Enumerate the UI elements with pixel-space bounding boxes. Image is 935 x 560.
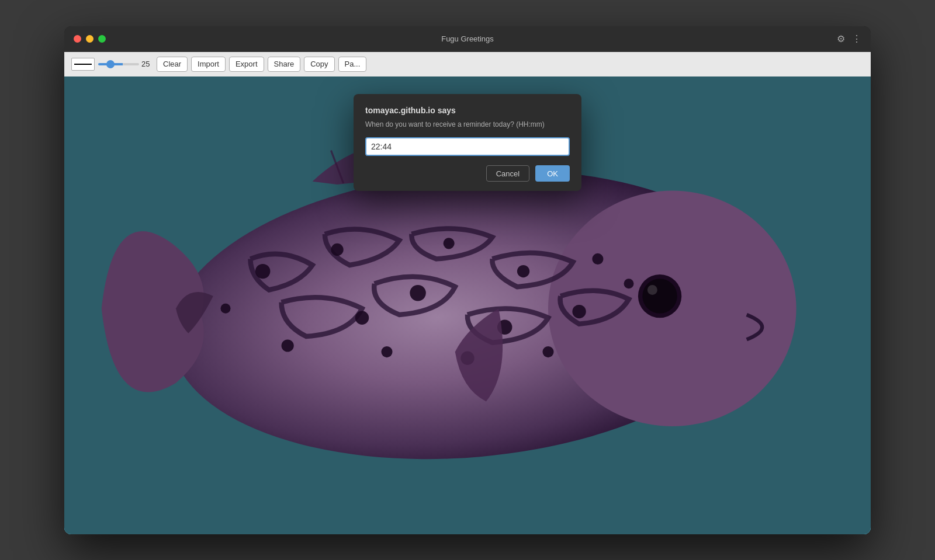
dialog-buttons: Cancel OK <box>365 165 570 182</box>
copy-button[interactable]: Copy <box>304 57 334 72</box>
dialog-input[interactable] <box>365 137 570 156</box>
menu-icon[interactable]: ⋮ <box>852 33 861 44</box>
toolbar: 25 Clear Import Export Share Copy Pa... <box>64 52 871 76</box>
pen-line <box>74 64 92 65</box>
window-title: Fugu Greetings <box>441 34 494 43</box>
paste-button[interactable]: Pa... <box>338 57 367 72</box>
close-button[interactable] <box>74 35 81 43</box>
pen-preview <box>71 58 95 71</box>
main-content: tomayac.github.io says When do you want … <box>64 76 871 534</box>
dialog-overlay: tomayac.github.io says When do you want … <box>64 76 871 534</box>
browser-window: Fugu Greetings ⚙ ⋮ 25 Clear Import Expor… <box>64 26 871 534</box>
import-button[interactable]: Import <box>191 57 226 72</box>
ok-button[interactable]: OK <box>535 165 570 182</box>
slider-value: 25 <box>141 60 153 68</box>
export-button[interactable]: Export <box>229 57 264 72</box>
title-bar: Fugu Greetings ⚙ ⋮ <box>64 26 871 52</box>
share-button[interactable]: Share <box>268 57 301 72</box>
slider-container: 25 <box>98 60 153 68</box>
dialog-message: When do you want to receive a reminder t… <box>365 120 570 130</box>
dialog: tomayac.github.io says When do you want … <box>354 94 581 192</box>
maximize-button[interactable] <box>98 35 106 43</box>
minimize-button[interactable] <box>86 35 94 43</box>
clear-button[interactable]: Clear <box>157 57 188 72</box>
brush-size-slider[interactable] <box>98 63 139 65</box>
traffic-lights <box>74 35 106 43</box>
extensions-icon[interactable]: ⚙ <box>837 33 845 44</box>
title-bar-icons: ⚙ ⋮ <box>837 33 861 44</box>
dialog-title: tomayac.github.io says <box>365 106 570 115</box>
cancel-button[interactable]: Cancel <box>486 165 529 182</box>
